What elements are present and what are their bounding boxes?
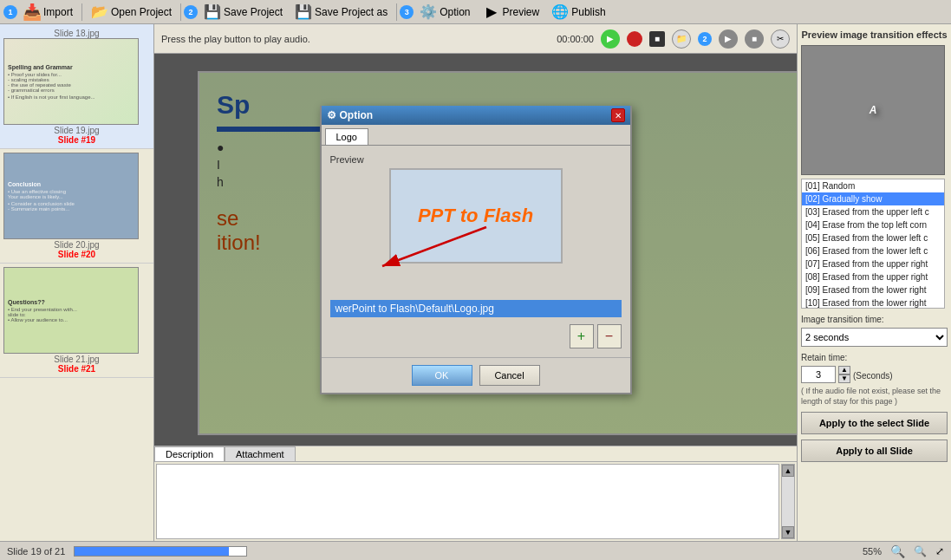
list-item[interactable]: Questions?? • End your presentation with…	[0, 264, 153, 378]
play-button[interactable]: ▶	[601, 29, 620, 49]
transition-time-select[interactable]: 1 second 2 seconds 3 seconds 4 seconds 5…	[801, 328, 948, 347]
preview-letter: A	[870, 104, 877, 116]
tab-logo[interactable]: Logo	[325, 128, 368, 145]
svg-line-1	[382, 227, 486, 266]
arrow-container	[330, 270, 622, 296]
transition-item-6[interactable]: [06] Erased from the lower left c	[802, 244, 944, 257]
progress-bar	[74, 546, 247, 557]
step1-badge: 1	[3, 5, 17, 19]
open-label: Open Project	[111, 6, 172, 18]
fit-icon[interactable]: ⤢	[935, 545, 944, 557]
description-textarea[interactable]	[156, 464, 779, 539]
list-item[interactable]: Slide 18.jpg Spelling and Grammar • Proo…	[0, 24, 153, 149]
stop-button[interactable]: ■	[649, 31, 665, 47]
save-button[interactable]: 💾 Save Project	[198, 1, 289, 23]
save-label: Save Project	[224, 6, 283, 18]
transition-item-4[interactable]: [04] Erase from the top left corn	[802, 218, 944, 231]
remove-logo-button[interactable]: −	[597, 324, 622, 348]
slide-canvas: Sp ● I h se ition! ⚙ Option	[154, 54, 797, 446]
retain-row: ▲ ▼ (Seconds)	[801, 366, 948, 383]
transition-list[interactable]: [01] Random [02] Gradually show [03] Era…	[801, 179, 945, 309]
import-audio-button[interactable]: 📁	[672, 29, 691, 49]
modal-overlay: ⚙ Option ✕ Logo Preview PPT to Flash	[154, 54, 797, 446]
preview-play-button[interactable]: ▶	[719, 29, 738, 49]
slide-19-number: Slide #19	[3, 135, 150, 145]
spinner-buttons: ▲ ▼	[838, 366, 850, 383]
slide-thumb-18: Spelling and Grammar • Proof your slides…	[3, 38, 139, 125]
bottom-scroll: ▲ ▼	[156, 464, 795, 539]
save-as-label: Save Project as	[315, 6, 388, 18]
option-button[interactable]: ⚙️ Option	[414, 1, 476, 23]
modal-close-button[interactable]: ✕	[611, 108, 625, 122]
preview-label: Preview	[503, 6, 540, 18]
audio-text: Press the play button to play audio.	[161, 34, 550, 44]
slide-21-number: Slide #21	[3, 364, 150, 374]
save-icon: 💾	[204, 3, 221, 21]
zoom-out-icon[interactable]: 🔍	[914, 545, 927, 557]
option-dialog: ⚙ Option ✕ Logo Preview PPT to Flash	[320, 106, 632, 394]
retain-input[interactable]	[801, 366, 836, 383]
ok-button[interactable]: OK	[412, 365, 472, 386]
transition-item-7[interactable]: [07] Erased from the upper right	[802, 257, 944, 270]
spin-down[interactable]: ▼	[838, 374, 850, 383]
transition-item-1[interactable]: [01] Random	[802, 179, 944, 192]
toolbar-sep-2	[180, 3, 181, 21]
import-button[interactable]: 📥 Import	[17, 1, 79, 23]
main-layout: Slide 18.jpg Spelling and Grammar • Proo…	[0, 24, 951, 541]
publish-button[interactable]: 🌐 Publish	[545, 1, 611, 23]
transition-item-8[interactable]: [08] Erased from the upper right	[802, 270, 944, 283]
transition-item-10[interactable]: [10] Erased from the lower right	[802, 296, 944, 309]
transition-item-3[interactable]: [03] Erased from the upper left c	[802, 205, 944, 218]
open-project-button[interactable]: 📂 Open Project	[85, 1, 178, 23]
tab-description[interactable]: Description	[154, 446, 225, 461]
toolbar: 1 📥 Import 📂 Open Project 2 💾 Save Proje…	[0, 0, 951, 24]
toolbar-sep-1	[81, 3, 82, 21]
publish-icon: 🌐	[551, 3, 569, 21]
transition-item-5[interactable]: [05] Erased from the lower left c	[802, 231, 944, 244]
modal-tabs: Logo	[322, 125, 630, 146]
preview-label: Preview	[330, 154, 622, 165]
retain-unit: (Seconds)	[853, 371, 893, 381]
save-as-icon: 💾	[295, 3, 312, 21]
center-area: Press the play button to play audio. 00:…	[154, 24, 797, 541]
slide-19-label: Slide 19.jpg	[3, 126, 150, 135]
bottom-content-area: Description Attachment ▲ ▼	[154, 446, 797, 541]
add-logo-button[interactable]: +	[570, 324, 594, 348]
bottom-scrollbar[interactable]: ▲ ▼	[781, 464, 795, 539]
spin-up[interactable]: ▲	[838, 366, 850, 374]
apply-select-button[interactable]: Apply to the select Slide	[801, 412, 948, 434]
option-icon: ⚙️	[420, 3, 437, 21]
scroll-up[interactable]: ▲	[782, 465, 794, 477]
modal-footer: OK Cancel	[322, 357, 630, 393]
slide-panel[interactable]: Slide 18.jpg Spelling and Grammar • Proo…	[0, 24, 154, 541]
logo-path: werPoint to Flash\Default\Logo.jpg	[330, 300, 622, 317]
slide-20-label: Slide 20.jpg	[3, 240, 150, 250]
scroll-track	[782, 477, 794, 526]
tab-attachment[interactable]: Attachment	[225, 446, 296, 461]
record-button[interactable]	[627, 31, 642, 47]
apply-all-button[interactable]: Apply to all Slide	[801, 440, 948, 462]
retain-note: ( If the audio file not exist, please se…	[801, 387, 948, 407]
import-label: Import	[43, 6, 73, 18]
zoom-in-icon[interactable]: 🔍	[890, 544, 905, 558]
preview-button[interactable]: ▶ Preview	[477, 1, 546, 23]
toolbar-sep-3	[396, 3, 397, 21]
import-icon: 📥	[23, 3, 41, 21]
audio-bar: Press the play button to play audio. 00:…	[154, 24, 797, 54]
transition-item-9[interactable]: [09] Erased from the lower right	[802, 283, 944, 296]
preview-stop-button[interactable]: ■	[745, 29, 764, 49]
logo-buttons: + −	[330, 324, 622, 348]
right-panel: Preview image transition effects A [01] …	[797, 24, 951, 541]
step3-badge: 3	[400, 5, 414, 19]
audio-time: 00:00:00	[557, 34, 594, 44]
scroll-down[interactable]: ▼	[782, 526, 794, 538]
slide-20-number: Slide #20	[3, 250, 150, 259]
step2-badge: 2	[184, 5, 198, 19]
save-as-button[interactable]: 💾 Save Project as	[289, 1, 394, 23]
cancel-button[interactable]: Cancel	[479, 365, 540, 386]
list-item[interactable]: Conclusion • Use an effective closing Yo…	[0, 149, 153, 264]
bottom-tabs-row: Description Attachment	[154, 446, 797, 462]
transition-item-2[interactable]: [02] Gradually show	[802, 192, 944, 205]
open-icon: 📂	[91, 3, 108, 21]
scissors-button[interactable]: ✂	[771, 29, 790, 49]
